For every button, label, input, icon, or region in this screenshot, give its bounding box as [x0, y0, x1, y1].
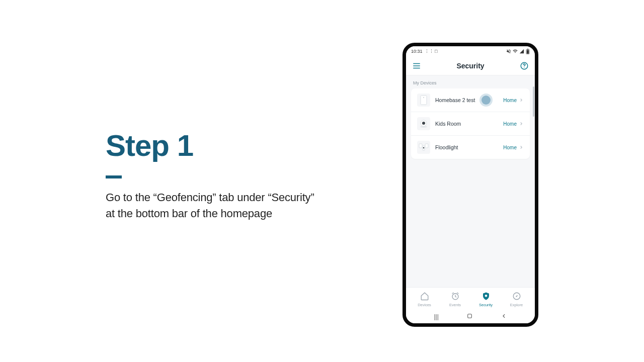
home-icon — [420, 292, 429, 302]
svg-rect-2 — [527, 49, 528, 49]
device-thumb-icon — [417, 117, 430, 130]
back-button[interactable] — [501, 313, 507, 321]
tab-explore[interactable]: Explore — [504, 292, 529, 307]
home-button[interactable] — [466, 313, 473, 321]
device-name: Homebase 2 test — [435, 97, 503, 103]
status-indicators: ⋮⋮ □ — [425, 49, 438, 54]
svg-rect-13 — [419, 144, 422, 148]
svg-point-18 — [485, 295, 487, 297]
tab-security[interactable]: Security — [473, 292, 499, 307]
tab-events[interactable]: Events — [443, 292, 468, 307]
recent-apps-button[interactable]: ||| — [434, 313, 438, 320]
section-label: My Devices — [406, 75, 535, 88]
step-title: Step 1 — [106, 130, 317, 161]
tab-bar: Devices Events Security Explore — [406, 287, 535, 310]
device-row-kidsroom[interactable]: Kids Room Home — [411, 112, 530, 136]
tab-label: Events — [449, 303, 461, 307]
status-bar: 10:31 ⋮⋮ □ — [406, 46, 535, 56]
device-status: Home — [503, 145, 517, 150]
compass-icon — [512, 292, 521, 302]
touch-indicator-icon — [481, 96, 491, 105]
menu-icon[interactable] — [412, 61, 421, 70]
svg-point-16 — [423, 147, 425, 149]
svg-rect-1 — [527, 50, 529, 53]
page-title: Security — [456, 62, 484, 70]
device-name: Floodlight — [435, 144, 503, 150]
android-nav-bar: ||| — [406, 310, 535, 323]
step-body: Go to the “Geofencing” tab under “Securi… — [106, 190, 317, 222]
device-thumb-icon — [417, 141, 430, 154]
status-time: 10:31 — [411, 49, 423, 54]
phone-screen: 10:31 ⋮⋮ □ — [406, 46, 535, 323]
svg-marker-20 — [515, 295, 518, 298]
scrollbar[interactable] — [533, 86, 534, 117]
chevron-right-icon — [519, 119, 524, 128]
svg-rect-21 — [467, 314, 471, 318]
chevron-right-icon — [519, 96, 524, 105]
device-row-floodlight[interactable]: Floodlight Home — [411, 136, 530, 159]
wifi-icon — [513, 49, 518, 54]
device-list: Homebase 2 test Home Kids Room Home — [411, 88, 530, 159]
tab-label: Security — [479, 303, 493, 307]
phone-frame: 10:31 ⋮⋮ □ — [403, 43, 538, 327]
svg-rect-8 — [421, 96, 427, 105]
title-underline — [106, 175, 122, 178]
instruction-panel: Step 1 Go to the “Geofencing” tab under … — [106, 130, 317, 222]
svg-point-9 — [423, 97, 424, 98]
mute-icon — [506, 49, 511, 54]
chevron-right-icon — [519, 143, 524, 152]
svg-rect-14 — [425, 144, 428, 148]
device-thumb-icon — [417, 94, 430, 107]
app-header: Security — [406, 56, 535, 75]
tab-label: Devices — [418, 303, 431, 307]
battery-icon — [526, 49, 530, 54]
device-row-homebase[interactable]: Homebase 2 test Home — [411, 88, 530, 112]
tab-label: Explore — [510, 303, 523, 307]
clock-icon — [451, 292, 460, 302]
help-icon[interactable] — [520, 61, 529, 70]
svg-point-12 — [422, 122, 425, 125]
shield-icon — [481, 292, 491, 302]
tab-devices[interactable]: Devices — [412, 292, 437, 307]
device-status: Home — [503, 121, 517, 127]
device-status: Home — [503, 98, 517, 103]
signal-icon — [519, 49, 524, 54]
device-name: Kids Room — [435, 121, 503, 127]
svg-point-7 — [524, 67, 524, 67]
content-spacer — [406, 159, 535, 287]
